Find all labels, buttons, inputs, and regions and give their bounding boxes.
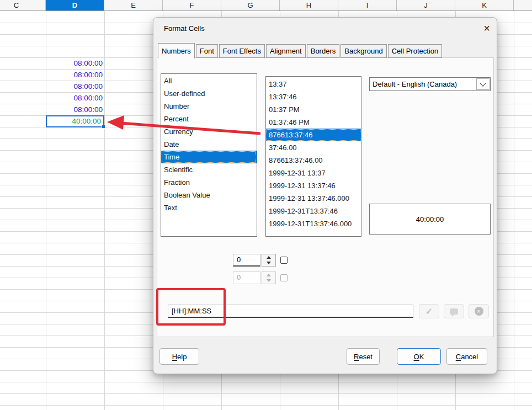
category-item[interactable]: All xyxy=(161,74,257,87)
tab-cell-protection[interactable]: Cell Protection xyxy=(388,44,443,58)
arrow-down-icon xyxy=(267,262,271,264)
tab-borders[interactable]: Borders xyxy=(307,44,340,58)
format-item[interactable]: 01:37:46 PM xyxy=(266,116,361,129)
format-item[interactable]: 1999-12-31T13:37:46 xyxy=(266,205,361,217)
category-item[interactable]: Currency xyxy=(161,125,257,138)
spinner-up-button xyxy=(262,272,275,278)
category-list: All User-defined Number Percent Currency… xyxy=(161,73,257,237)
spinner-down-button[interactable] xyxy=(262,260,275,267)
format-item[interactable]: 1999-12-31T13:37:46.000 xyxy=(266,217,361,230)
category-item[interactable]: Text xyxy=(161,201,257,214)
column-header-d[interactable]: D xyxy=(46,0,104,10)
ok-button[interactable]: OK xyxy=(397,348,441,365)
category-item[interactable]: Scientific xyxy=(161,163,257,176)
arrow-up-icon xyxy=(267,256,271,259)
dropdown-button[interactable] xyxy=(476,78,490,90)
cell-time[interactable]: 08:00:00 xyxy=(46,69,105,81)
column-header-c[interactable]: C xyxy=(0,0,46,10)
category-item[interactable]: Boolean Value xyxy=(161,189,257,201)
format-item[interactable]: 13:37 xyxy=(266,78,361,90)
negative-numbers-red-checkbox[interactable] xyxy=(280,257,288,264)
language-dropdown[interactable]: Default - English (Canada) xyxy=(369,77,491,91)
column-header-f[interactable]: F xyxy=(163,0,221,10)
decimal-places-field[interactable]: 0 xyxy=(233,254,260,267)
arrow-up-icon xyxy=(267,274,271,276)
leading-zeroes-field: 0 xyxy=(233,271,260,284)
format-item[interactable]: 1999-12-31 13:37 xyxy=(266,167,361,179)
cancel-button[interactable]: Cancel xyxy=(446,348,487,365)
cell-time[interactable]: 08:00:00 xyxy=(46,92,105,104)
format-item-selected[interactable]: 876613:37:46 xyxy=(266,129,361,141)
tab-font[interactable]: Font xyxy=(196,44,218,58)
column-header-j[interactable]: J xyxy=(397,0,455,10)
comment-format-button[interactable] xyxy=(444,304,464,318)
thousands-separator-checkbox xyxy=(280,274,288,281)
category-item[interactable]: Percent xyxy=(161,113,257,125)
delete-circle-icon: × xyxy=(475,307,483,316)
category-item[interactable]: Fraction xyxy=(161,176,257,189)
category-item-time[interactable]: Time xyxy=(161,151,257,163)
tab-background[interactable]: Background xyxy=(341,44,386,58)
spinner-buttons xyxy=(262,271,276,284)
column-header-g[interactable]: G xyxy=(221,0,280,10)
language-value: Default - English (Canada) xyxy=(373,80,457,88)
spinner-buttons xyxy=(262,254,276,267)
column-header-e[interactable]: E xyxy=(104,0,163,10)
selected-cell-total[interactable]: 40:00:00 xyxy=(46,115,104,127)
column-header-h[interactable]: H xyxy=(280,0,338,10)
leading-zeroes-stepper: 0 xyxy=(233,271,276,284)
cell-fill-handle[interactable] xyxy=(102,125,105,129)
confirm-format-button[interactable]: ✓ xyxy=(419,304,439,318)
close-icon[interactable]: × xyxy=(478,21,496,35)
tab-bar: Numbers Font Font Effects Alignment Bord… xyxy=(158,42,442,58)
checkmark-icon: ✓ xyxy=(425,306,433,317)
dialog-title: Format Cells xyxy=(164,24,205,33)
format-item[interactable]: 1999-12-31 13:37:46 xyxy=(266,179,361,192)
spinner-down-button xyxy=(262,278,275,284)
column-header-bar: C D E F G H I J K xyxy=(0,0,532,11)
cell-time[interactable]: 08:00:00 xyxy=(46,104,105,115)
delete-format-button: × xyxy=(469,304,489,318)
category-item[interactable]: Number xyxy=(161,100,257,113)
column-header-l[interactable] xyxy=(514,0,532,10)
format-preview: 40:00:00 xyxy=(369,204,491,235)
chevron-down-icon xyxy=(480,80,486,86)
format-item[interactable]: 13:37:46 xyxy=(266,90,361,103)
format-item[interactable]: 876613:37:46.00 xyxy=(266,154,361,167)
decimal-places-stepper: 0 xyxy=(233,254,276,267)
category-item[interactable]: Date xyxy=(161,138,257,151)
comment-icon xyxy=(450,308,458,315)
tab-alignment[interactable]: Alignment xyxy=(266,44,306,58)
format-cells-dialog: Format Cells × Numbers Font Font Effects… xyxy=(153,17,497,374)
category-item[interactable]: User-defined xyxy=(161,87,257,100)
arrow-down-icon xyxy=(267,279,271,282)
column-header-i[interactable]: I xyxy=(338,0,397,10)
cell-time[interactable]: 08:00:00 xyxy=(46,81,105,92)
column-header-k[interactable]: K xyxy=(455,0,514,10)
format-item[interactable]: 37:46.00 xyxy=(266,141,361,154)
help-button[interactable]: Help xyxy=(159,348,199,365)
tab-numbers[interactable]: Numbers xyxy=(158,43,195,58)
tab-font-effects[interactable]: Font Effects xyxy=(219,44,265,58)
format-list: 13:37 13:37:46 01:37 PM 01:37:46 PM 8766… xyxy=(265,76,361,237)
spinner-up-button[interactable] xyxy=(262,254,275,260)
format-code-input[interactable]: [HH]:MM:SS xyxy=(168,305,413,318)
format-item[interactable]: 01:37 PM xyxy=(266,103,361,116)
screen: C D E F G H I J K 08:00:00 08:00:00 08:0… xyxy=(0,0,532,410)
format-item[interactable]: 1999-12-31 13:37:46.000 xyxy=(266,192,361,205)
reset-button[interactable]: Reset xyxy=(347,348,380,365)
cell-time[interactable]: 08:00:00 xyxy=(46,57,105,69)
